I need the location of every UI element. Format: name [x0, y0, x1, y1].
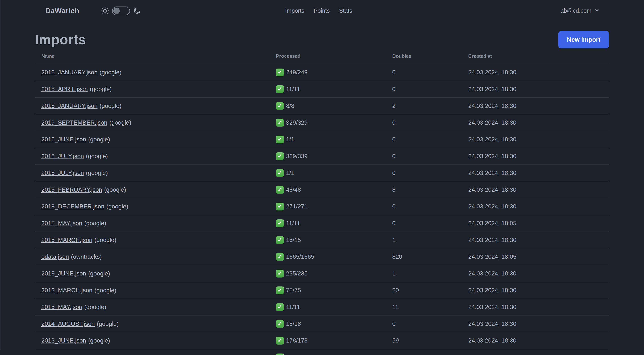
- import-file-link[interactable]: 2013_MARCH.json: [41, 287, 92, 294]
- theme-switch[interactable]: [112, 6, 130, 15]
- created-at: 24.03.2024, 18:30: [468, 186, 609, 193]
- processed-count: 235/235: [286, 270, 308, 277]
- check-icon: ✓: [276, 169, 284, 177]
- table-row: 2019_SEPTEMBER.json(google) ✓ 329/329 0 …: [35, 114, 609, 131]
- name-cell: 2015_FEBRUARY.json(google): [41, 186, 276, 193]
- table-row: 2018_JANUARY.json(google) ✓ 249/249 0 24…: [35, 64, 609, 81]
- import-source: (google): [94, 237, 116, 243]
- check-icon: ✓: [276, 85, 284, 93]
- nav-link-stats[interactable]: Stats: [339, 7, 352, 14]
- name-cell: 2019_DECEMBER.json(google): [41, 203, 276, 210]
- import-file-link[interactable]: 2015_MAY.json: [41, 220, 82, 227]
- processed-cell: ✓ 235/235: [276, 270, 392, 278]
- doubles-count: 0: [392, 203, 468, 210]
- import-file-link[interactable]: 2013_JUNE.json: [41, 337, 86, 344]
- column-header-created-at: Created at: [468, 53, 609, 59]
- created-at: 24.03.2024, 18:30: [468, 136, 609, 143]
- doubles-count: 2: [392, 102, 468, 109]
- doubles-count: 0: [392, 119, 468, 126]
- processed-count: 178/178: [286, 337, 308, 344]
- table-row: 2018_JUNE.json(google) ✓ 235/235 1 24.03…: [35, 265, 609, 282]
- import-file-link[interactable]: 2015_FEBRUARY.json: [41, 186, 102, 193]
- import-file-link[interactable]: 2019_SEPTEMBER.json: [41, 119, 107, 126]
- new-import-button[interactable]: New import: [558, 31, 609, 48]
- navbar: DaWarIch Imports Points: [0, 0, 644, 21]
- import-source: (google): [100, 69, 121, 76]
- table-row: 2015_MAY.json(google) ✓ 11/11 0 24.03.20…: [35, 215, 609, 232]
- processed-cell: ✓ 18/18: [276, 320, 392, 328]
- doubles-count: 1: [392, 270, 468, 277]
- import-file-link[interactable]: odata.json: [41, 253, 69, 260]
- doubles-count: 0: [392, 320, 468, 327]
- created-at: 24.03.2024, 18:30: [468, 287, 609, 294]
- doubles-count: 1: [392, 237, 468, 243]
- table-header-row: Name Processed Doubles Created at: [35, 48, 609, 64]
- name-cell: 2015_MARCH.json(google): [41, 237, 276, 243]
- import-file-link[interactable]: 2015_JANUARY.json: [41, 102, 98, 109]
- created-at: 24.03.2024, 18:30: [468, 153, 609, 160]
- theme-switch-knob[interactable]: [113, 8, 120, 14]
- import-file-link[interactable]: 2015_MARCH.json: [41, 237, 92, 243]
- nav-link-points[interactable]: Points: [314, 7, 330, 14]
- import-source: (google): [97, 320, 118, 327]
- check-icon: ✓: [276, 186, 284, 194]
- import-file-link[interactable]: 2014_AUGUST.json: [41, 320, 95, 327]
- table-row: 2015_JANUARY.json(google) ✓ 8/8 2 24.03.…: [35, 98, 609, 114]
- doubles-count: 0: [392, 69, 468, 76]
- check-icon: ✓: [276, 303, 284, 311]
- processed-cell: ✓ 1/1: [276, 136, 392, 143]
- created-at: 24.03.2024, 18:30: [468, 304, 609, 311]
- doubles-count: 0: [392, 136, 468, 143]
- import-source: (google): [84, 220, 106, 227]
- import-file-link[interactable]: 2015_JULY.json: [41, 169, 84, 176]
- name-cell: 2015_JUNE.json(google): [41, 136, 276, 143]
- processed-cell: ✓ 11/11: [276, 219, 392, 227]
- import-file-link[interactable]: 2015_JUNE.json: [41, 136, 86, 143]
- table-row: 2015_FEBRUARY.json(google) ✓ 48/48 8 24.…: [35, 181, 609, 198]
- app-logo[interactable]: DaWarIch: [45, 0, 79, 21]
- nav-link-imports[interactable]: Imports: [285, 7, 304, 14]
- processed-count: 1/1: [286, 169, 294, 176]
- check-icon: ✓: [276, 287, 284, 294]
- check-icon: ✓: [276, 270, 284, 278]
- processed-cell: ✓ 8/8: [276, 102, 392, 110]
- processed-count: 75/75: [286, 287, 301, 294]
- processed-cell: ✓ 329/329: [276, 119, 392, 127]
- created-at: 24.03.2024, 18:05: [468, 253, 609, 260]
- import-source: (google): [100, 102, 121, 109]
- import-file-link[interactable]: 2018_JULY.json: [41, 153, 84, 159]
- created-at: 24.03.2024, 18:30: [468, 86, 609, 93]
- table-row: odata.json(owntracks) ✓ 1665/1665 820 24…: [35, 249, 609, 265]
- import-file-link[interactable]: 2018_JUNE.json: [41, 270, 86, 277]
- created-at: 24.03.2024, 18:30: [468, 69, 609, 76]
- name-cell: 2014_AUGUST.json(google): [41, 320, 276, 327]
- user-menu[interactable]: ab@cd.com: [560, 0, 600, 21]
- check-icon: ✓: [276, 236, 284, 244]
- import-file-link[interactable]: 2018_JANUARY.json: [41, 69, 98, 76]
- processed-count: 249/249: [286, 69, 308, 76]
- processed-count: 1665/1665: [286, 253, 314, 260]
- import-source: (owntracks): [71, 253, 102, 260]
- import-source: (google): [86, 153, 108, 159]
- import-source: (google): [84, 304, 106, 310]
- import-file-link[interactable]: 2015_APRIL.json: [41, 86, 88, 92]
- table-row: 2019_DECEMBER.json(google) ✓ 271/271 0 2…: [35, 198, 609, 215]
- name-cell: 2015_MAY.json(google): [41, 304, 276, 311]
- processed-cell: ✓ 249/249: [276, 68, 392, 76]
- check-icon: ✓: [276, 136, 284, 143]
- created-at: 24.03.2024, 18:30: [468, 237, 609, 243]
- check-icon: ✓: [276, 68, 284, 76]
- created-at: 24.03.2024, 18:30: [468, 270, 609, 277]
- processed-count: 48/48: [286, 186, 301, 193]
- import-file-link[interactable]: 2019_DECEMBER.json: [41, 203, 104, 210]
- created-at: 24.03.2024, 18:30: [468, 169, 609, 176]
- chevron-down-icon: [594, 8, 600, 14]
- name-cell: odata.json(owntracks): [41, 253, 276, 260]
- import-source: (google): [90, 86, 112, 92]
- created-at: 24.03.2024, 18:30: [468, 102, 609, 109]
- import-source: (google): [88, 337, 110, 344]
- theme-toggle-group: [101, 0, 141, 21]
- processed-cell: ✓ 15/15: [276, 236, 392, 244]
- import-file-link[interactable]: 2015_MAY.json: [41, 304, 82, 310]
- doubles-count: 8: [392, 186, 468, 193]
